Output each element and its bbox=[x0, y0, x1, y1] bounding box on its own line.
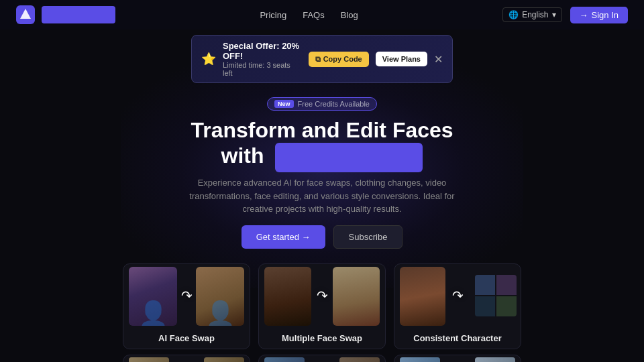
card-image-consistent-character: ↷ bbox=[394, 264, 521, 328]
card-label-multiple-face-swap: Multiple Face Swap bbox=[259, 328, 385, 349]
mini-cell-1 bbox=[475, 275, 495, 295]
bottom-card-inner-1: ↷ bbox=[123, 355, 250, 362]
bottom-face-left-2 bbox=[264, 357, 305, 362]
mini-cell-2 bbox=[496, 275, 517, 295]
nav-blog[interactable]: Blog bbox=[341, 10, 358, 20]
hero-title: Transform and Edit Faces with bbox=[13, 117, 631, 172]
navbar-right: 🌐 English ▾ → Sign In bbox=[502, 7, 628, 23]
new-badge: New Free Credits Available bbox=[267, 97, 377, 111]
subscribe-button[interactable]: Subscribe bbox=[333, 225, 403, 249]
sign-in-button[interactable]: → Sign In bbox=[570, 7, 628, 23]
bottom-card-inner-2: ↷ bbox=[259, 355, 385, 362]
bottom-face-right-1 bbox=[204, 357, 244, 362]
feature-card-consistent-character[interactable]: ↷ Consistent Character bbox=[394, 263, 521, 349]
nav-pricing[interactable]: Pricing bbox=[260, 10, 286, 20]
face-left-1: 👤 bbox=[129, 267, 177, 326]
promo-star-icon: ⭐ bbox=[201, 52, 216, 66]
face-left-2 bbox=[264, 267, 311, 326]
card-label-ai-face-swap: AI Face Swap bbox=[123, 328, 250, 349]
sign-in-icon: → bbox=[580, 10, 588, 20]
view-plans-button[interactable]: View Plans bbox=[376, 52, 427, 66]
copy-code-button[interactable]: ⧉ Copy Code bbox=[309, 52, 369, 67]
arrow-icon-2: ↷ bbox=[317, 288, 328, 304]
promo-banner: ⭐ Special Offer: 20% OFF! Limited time: … bbox=[191, 35, 453, 83]
logo-text-box bbox=[42, 6, 115, 23]
silhouette-icon-2: 👤 bbox=[205, 302, 235, 326]
face-right-1: 👤 bbox=[196, 267, 244, 326]
navbar: Pricing FAQs Blog 🌐 English ▾ → Sign In bbox=[0, 0, 644, 29]
card-image-multiple-face-swap: ↷ bbox=[259, 264, 385, 328]
nav-faqs[interactable]: FAQs bbox=[303, 10, 325, 20]
feature-card-6[interactable]: ↷ bbox=[394, 355, 521, 362]
hero-buttons: Get started → Subscribe bbox=[13, 225, 631, 249]
face-pair-3: ↷ bbox=[394, 264, 521, 328]
hero-subtitle: Experience advanced AI for face swaps, c… bbox=[174, 176, 470, 216]
nav-links: Pricing FAQs Blog bbox=[260, 10, 358, 20]
chevron-down-icon: ▾ bbox=[552, 10, 556, 19]
card-label-consistent-character: Consistent Character bbox=[394, 328, 521, 349]
get-started-label: Get started → bbox=[256, 232, 311, 242]
mini-cell-4 bbox=[496, 296, 517, 316]
promo-title: Special Offer: 20% OFF! bbox=[223, 41, 302, 61]
face-right-2 bbox=[333, 267, 380, 326]
subscribe-label: Subscribe bbox=[349, 232, 388, 242]
mini-grid bbox=[475, 275, 517, 316]
bottom-face-left-3 bbox=[400, 357, 440, 362]
close-banner-button[interactable]: ✕ bbox=[434, 53, 443, 66]
language-selector[interactable]: 🌐 English ▾ bbox=[502, 7, 561, 22]
globe-icon: 🌐 bbox=[508, 10, 519, 19]
hero-title-highlight bbox=[275, 143, 423, 172]
copy-icon: ⧉ bbox=[315, 55, 321, 64]
arrow-icon-1: ↷ bbox=[181, 288, 193, 304]
language-label: English bbox=[522, 10, 548, 19]
face-pair-2: ↷ bbox=[259, 264, 385, 328]
bottom-face-right-2 bbox=[339, 357, 380, 362]
view-plans-label: View Plans bbox=[382, 55, 421, 63]
promo-subtitle: Limited time: 3 seats left bbox=[223, 61, 302, 77]
feature-cards-row-2: ↷ ↷ ↷ bbox=[0, 355, 644, 362]
logo-icon bbox=[16, 5, 35, 24]
feature-card-5[interactable]: ↷ bbox=[258, 355, 386, 362]
logo-area bbox=[16, 5, 115, 24]
hero-section: New Free Credits Available Transform and… bbox=[0, 88, 644, 254]
feature-cards-row: 👤 ↷ 👤 AI Face Swap ↷ Multiple Face Swap bbox=[0, 254, 644, 355]
arrow-icon-3: ↷ bbox=[452, 288, 464, 304]
sign-in-label: Sign In bbox=[592, 10, 619, 20]
new-tag: New bbox=[274, 100, 294, 108]
hero-title-line2: with bbox=[221, 144, 264, 168]
badge-text: Free Credits Available bbox=[298, 100, 370, 108]
face-pair-1: 👤 ↷ 👤 bbox=[123, 264, 250, 328]
silhouette-icon: 👤 bbox=[138, 302, 168, 326]
bottom-card-inner-3: ↷ bbox=[394, 355, 521, 362]
feature-card-multiple-face-swap[interactable]: ↷ Multiple Face Swap bbox=[258, 263, 386, 349]
get-started-button[interactable]: Get started → bbox=[241, 225, 325, 249]
promo-text: Special Offer: 20% OFF! Limited time: 3 … bbox=[223, 41, 302, 77]
bottom-face-left-1 bbox=[129, 357, 169, 362]
card-image-ai-face-swap: 👤 ↷ 👤 bbox=[123, 264, 250, 328]
face-left-3 bbox=[400, 267, 445, 326]
copy-code-label: Copy Code bbox=[323, 55, 362, 63]
feature-card-ai-face-swap[interactable]: 👤 ↷ 👤 AI Face Swap bbox=[123, 263, 250, 349]
bottom-face-right-3 bbox=[475, 357, 515, 362]
mini-cell-3 bbox=[475, 296, 495, 316]
hero-title-line1: Transform and Edit Faces bbox=[191, 118, 453, 142]
feature-card-4[interactable]: ↷ bbox=[123, 355, 250, 362]
